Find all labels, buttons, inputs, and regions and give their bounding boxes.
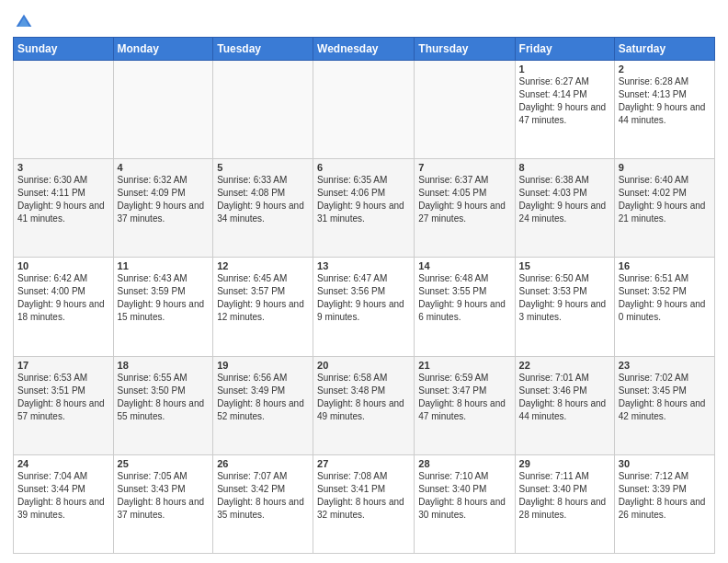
day-number: 24	[17, 458, 109, 469]
day-number: 30	[619, 458, 711, 469]
day-number: 2	[619, 63, 711, 75]
calendar-cell: 12Sunrise: 6:45 AMSunset: 3:57 PMDayligh…	[213, 258, 313, 356]
calendar-cell: 4Sunrise: 6:32 AMSunset: 4:09 PMDaylight…	[113, 159, 213, 258]
calendar-cell: 27Sunrise: 7:08 AMSunset: 3:41 PMDayligh…	[313, 454, 415, 553]
calendar-header-row: SundayMondayTuesdayWednesdayThursdayFrid…	[14, 38, 715, 61]
calendar-cell: 3Sunrise: 6:30 AMSunset: 4:11 PMDaylight…	[14, 159, 114, 258]
day-info: Sunrise: 6:43 AMSunset: 3:59 PMDaylight:…	[118, 272, 210, 324]
calendar-week-5: 24Sunrise: 7:04 AMSunset: 3:44 PMDayligh…	[14, 454, 715, 553]
day-info: Sunrise: 7:05 AMSunset: 3:43 PMDaylight:…	[118, 470, 210, 522]
day-number: 12	[217, 260, 309, 271]
day-info: Sunrise: 6:58 AMSunset: 3:48 PMDaylight:…	[317, 372, 410, 423]
day-number: 18	[118, 360, 210, 371]
day-number: 21	[418, 360, 510, 371]
day-info: Sunrise: 7:10 AMSunset: 3:40 PMDaylight:…	[418, 470, 510, 522]
day-info: Sunrise: 6:55 AMSunset: 3:50 PMDaylight:…	[118, 372, 210, 423]
day-info: Sunrise: 6:56 AMSunset: 3:49 PMDaylight:…	[217, 372, 309, 423]
logo-icon	[15, 13, 33, 31]
calendar-cell: 20Sunrise: 6:58 AMSunset: 3:48 PMDayligh…	[313, 356, 415, 454]
day-info: Sunrise: 6:35 AMSunset: 4:06 PMDaylight:…	[317, 174, 410, 225]
col-header-saturday: Saturday	[614, 38, 714, 61]
day-number: 26	[217, 458, 309, 469]
calendar-cell	[213, 61, 313, 159]
col-header-monday: Monday	[113, 38, 213, 61]
col-header-friday: Friday	[515, 38, 614, 61]
day-number: 14	[418, 260, 510, 271]
calendar-cell	[14, 61, 114, 159]
day-info: Sunrise: 6:32 AMSunset: 4:09 PMDaylight:…	[118, 174, 210, 225]
calendar-cell: 26Sunrise: 7:07 AMSunset: 3:42 PMDayligh…	[213, 454, 313, 553]
day-number: 7	[418, 162, 510, 173]
day-info: Sunrise: 7:07 AMSunset: 3:42 PMDaylight:…	[217, 470, 309, 522]
calendar-cell: 16Sunrise: 6:51 AMSunset: 3:52 PMDayligh…	[614, 258, 714, 356]
day-info: Sunrise: 7:12 AMSunset: 3:39 PMDaylight:…	[619, 470, 711, 522]
day-info: Sunrise: 6:28 AMSunset: 4:13 PMDaylight:…	[619, 75, 711, 127]
day-info: Sunrise: 6:51 AMSunset: 3:52 PMDaylight:…	[619, 272, 711, 324]
day-number: 17	[17, 360, 109, 371]
calendar-cell: 30Sunrise: 7:12 AMSunset: 3:39 PMDayligh…	[614, 454, 714, 553]
day-info: Sunrise: 7:04 AMSunset: 3:44 PMDaylight:…	[17, 470, 109, 522]
day-number: 15	[519, 260, 610, 271]
calendar-cell: 15Sunrise: 6:50 AMSunset: 3:53 PMDayligh…	[515, 258, 614, 356]
calendar-week-3: 10Sunrise: 6:42 AMSunset: 4:00 PMDayligh…	[14, 258, 715, 356]
day-info: Sunrise: 6:45 AMSunset: 3:57 PMDaylight:…	[217, 272, 309, 324]
calendar-week-4: 17Sunrise: 6:53 AMSunset: 3:51 PMDayligh…	[14, 356, 715, 454]
day-number: 28	[418, 458, 510, 469]
day-info: Sunrise: 7:08 AMSunset: 3:41 PMDaylight:…	[317, 470, 410, 522]
calendar-cell	[113, 61, 213, 159]
day-number: 8	[519, 162, 610, 173]
calendar-cell: 23Sunrise: 7:02 AMSunset: 3:45 PMDayligh…	[614, 356, 714, 454]
calendar-cell: 24Sunrise: 7:04 AMSunset: 3:44 PMDayligh…	[14, 454, 114, 553]
calendar-cell: 9Sunrise: 6:40 AMSunset: 4:02 PMDaylight…	[614, 159, 714, 258]
calendar-cell: 19Sunrise: 6:56 AMSunset: 3:49 PMDayligh…	[213, 356, 313, 454]
day-number: 10	[17, 260, 109, 271]
day-number: 27	[317, 458, 410, 469]
day-number: 9	[619, 162, 711, 173]
day-info: Sunrise: 6:53 AMSunset: 3:51 PMDaylight:…	[17, 372, 109, 423]
day-number: 1	[519, 63, 610, 75]
calendar-cell	[313, 61, 415, 159]
col-header-tuesday: Tuesday	[213, 38, 313, 61]
day-info: Sunrise: 6:48 AMSunset: 3:55 PMDaylight:…	[418, 272, 510, 324]
calendar-cell: 29Sunrise: 7:11 AMSunset: 3:40 PMDayligh…	[515, 454, 614, 553]
day-info: Sunrise: 6:27 AMSunset: 4:14 PMDaylight:…	[519, 75, 610, 127]
day-number: 23	[619, 360, 711, 371]
day-number: 11	[118, 260, 210, 271]
day-info: Sunrise: 6:30 AMSunset: 4:11 PMDaylight:…	[17, 174, 109, 225]
col-header-thursday: Thursday	[415, 38, 515, 61]
day-info: Sunrise: 7:02 AMSunset: 3:45 PMDaylight:…	[619, 372, 711, 423]
day-number: 3	[17, 162, 109, 173]
page: SundayMondayTuesdayWednesdayThursdayFrid…	[0, 0, 728, 563]
day-info: Sunrise: 6:37 AMSunset: 4:05 PMDaylight:…	[418, 174, 510, 225]
calendar-cell: 8Sunrise: 6:38 AMSunset: 4:03 PMDaylight…	[515, 159, 614, 258]
col-header-wednesday: Wednesday	[313, 38, 415, 61]
day-number: 22	[519, 360, 610, 371]
day-info: Sunrise: 6:40 AMSunset: 4:02 PMDaylight:…	[619, 174, 711, 225]
day-info: Sunrise: 7:01 AMSunset: 3:46 PMDaylight:…	[519, 372, 610, 423]
calendar-cell: 7Sunrise: 6:37 AMSunset: 4:05 PMDaylight…	[415, 159, 515, 258]
day-number: 4	[118, 162, 210, 173]
calendar-cell: 18Sunrise: 6:55 AMSunset: 3:50 PMDayligh…	[113, 356, 213, 454]
calendar-cell: 6Sunrise: 6:35 AMSunset: 4:06 PMDaylight…	[313, 159, 415, 258]
day-info: Sunrise: 7:11 AMSunset: 3:40 PMDaylight:…	[519, 470, 610, 522]
day-number: 25	[118, 458, 210, 469]
calendar-cell: 11Sunrise: 6:43 AMSunset: 3:59 PMDayligh…	[113, 258, 213, 356]
calendar-cell: 21Sunrise: 6:59 AMSunset: 3:47 PMDayligh…	[415, 356, 515, 454]
calendar-cell: 22Sunrise: 7:01 AMSunset: 3:46 PMDayligh…	[515, 356, 614, 454]
calendar-cell: 1Sunrise: 6:27 AMSunset: 4:14 PMDaylight…	[515, 61, 614, 159]
day-number: 5	[217, 162, 309, 173]
day-info: Sunrise: 6:38 AMSunset: 4:03 PMDaylight:…	[519, 174, 610, 225]
calendar-table: SundayMondayTuesdayWednesdayThursdayFrid…	[13, 37, 715, 554]
col-header-sunday: Sunday	[14, 38, 114, 61]
day-number: 13	[317, 260, 410, 271]
calendar-week-2: 3Sunrise: 6:30 AMSunset: 4:11 PMDaylight…	[14, 159, 715, 258]
day-info: Sunrise: 6:42 AMSunset: 4:00 PMDaylight:…	[17, 272, 109, 324]
calendar-week-1: 1Sunrise: 6:27 AMSunset: 4:14 PMDaylight…	[14, 61, 715, 159]
day-info: Sunrise: 6:47 AMSunset: 3:56 PMDaylight:…	[317, 272, 410, 324]
day-info: Sunrise: 6:50 AMSunset: 3:53 PMDaylight:…	[519, 272, 610, 324]
day-number: 20	[317, 360, 410, 371]
day-info: Sunrise: 6:33 AMSunset: 4:08 PMDaylight:…	[217, 174, 309, 225]
calendar-cell	[415, 61, 515, 159]
day-number: 29	[519, 458, 610, 469]
calendar-cell: 2Sunrise: 6:28 AMSunset: 4:13 PMDaylight…	[614, 61, 714, 159]
